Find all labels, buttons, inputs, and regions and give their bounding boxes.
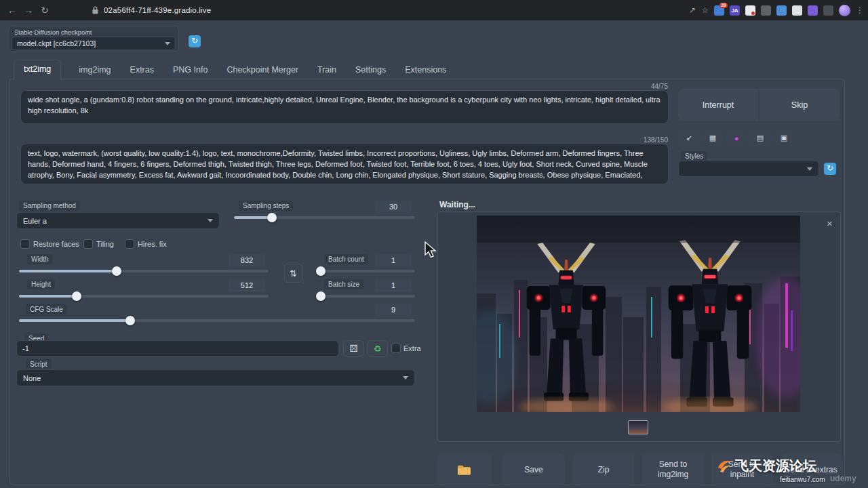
ext-purple-icon[interactable] (808, 5, 818, 16)
tab-extras[interactable]: Extras (129, 61, 155, 79)
profile-avatar[interactable] (839, 5, 850, 16)
tab-extensions[interactable]: Extensions (403, 61, 448, 79)
tab-bar: txt2imgimg2imgExtrasPNG InfoCheckpoint M… (14, 61, 448, 79)
tab-train[interactable]: Train (316, 61, 338, 79)
ext-gray-icon[interactable] (761, 5, 771, 16)
watermark: 飞天资源论坛 (716, 457, 816, 475)
ext-dark-icon[interactable] (823, 5, 833, 16)
menu-kebab-icon[interactable]: ⋮ (856, 5, 864, 15)
tab-img2img[interactable]: img2img (77, 61, 112, 79)
bookmark-star-icon[interactable]: ☆ (701, 5, 709, 15)
checkpoint-refresh-button[interactable]: ↻ (189, 35, 201, 47)
share-icon[interactable]: ↗ (689, 5, 696, 15)
lock-icon (92, 6, 98, 14)
tab-checkpoint-merger[interactable]: Checkpoint Merger (225, 61, 300, 79)
tab-png-info[interactable]: PNG Info (172, 61, 209, 79)
watermark-corner: udemy (830, 474, 856, 483)
ext-translate-icon[interactable]: 20 (714, 5, 724, 16)
chevron-down-icon (165, 42, 170, 45)
browser-bar: ← → ↻ 02a56ff4-71ff-439e.gradio.live ↗ ☆… (0, 0, 868, 20)
ext-ja-icon[interactable]: JA (730, 5, 740, 16)
refresh-icon[interactable]: ↻ (37, 5, 53, 16)
ext-blue-icon[interactable] (776, 5, 787, 16)
checkpoint-block: Stable Diffusion checkpoint model.ckpt [… (8, 26, 179, 52)
ext-white-icon[interactable] (792, 5, 802, 16)
watermark-title: 飞天资源论坛 (735, 457, 816, 475)
checkpoint-label: Stable Diffusion checkpoint (9, 26, 178, 37)
browser-extensions: 20JA (714, 5, 833, 16)
tab-txt2img[interactable]: txt2img (14, 60, 61, 80)
url-text[interactable]: 02a56ff4-71ff-439e.gradio.live (104, 6, 211, 14)
checkpoint-value: model.ckpt [cc6cb27103] (17, 39, 96, 47)
forward-icon[interactable]: → (20, 5, 37, 16)
checkpoint-dropdown[interactable]: model.ckpt [cc6cb27103] (12, 37, 176, 50)
txt2img-panel (9, 79, 845, 485)
watermark-domain: feitianwu7.com (780, 476, 825, 483)
back-icon[interactable]: ← (4, 5, 20, 16)
ext-notes-icon[interactable] (745, 5, 755, 16)
watermark-logo-icon (716, 458, 732, 474)
tab-settings[interactable]: Settings (354, 61, 387, 79)
